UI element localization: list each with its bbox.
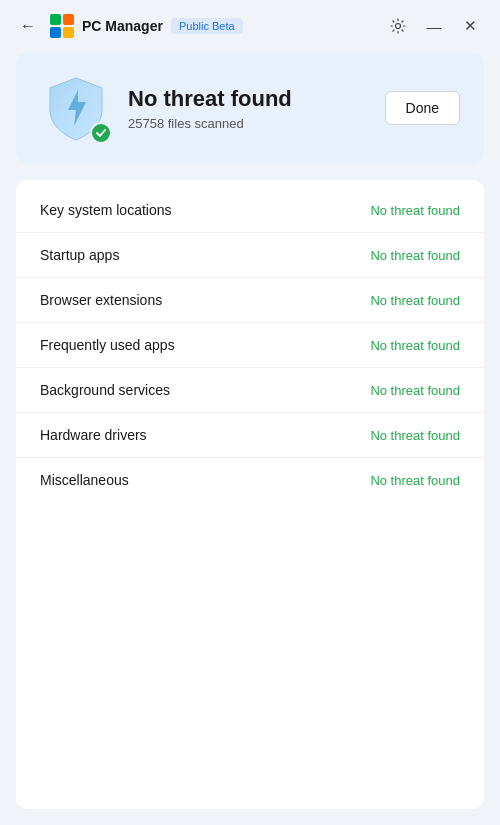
result-label: Startup apps (40, 247, 119, 263)
scan-info: No threat found 25758 files scanned (128, 86, 369, 131)
done-button[interactable]: Done (385, 91, 460, 125)
result-label: Browser extensions (40, 292, 162, 308)
result-row: MiscellaneousNo threat found (16, 458, 484, 502)
result-status: No threat found (370, 293, 460, 308)
main-content: No threat found 25758 files scanned Done… (0, 52, 500, 825)
svg-rect-1 (63, 14, 74, 25)
result-row: Key system locationsNo threat found (16, 188, 484, 233)
result-row: Frequently used appsNo threat found (16, 323, 484, 368)
result-status: No threat found (370, 383, 460, 398)
result-row: Startup appsNo threat found (16, 233, 484, 278)
result-status: No threat found (370, 473, 460, 488)
settings-button[interactable] (382, 10, 414, 42)
title-bar-left: ← PC Manager Public Beta (14, 12, 374, 40)
svg-rect-0 (50, 14, 61, 25)
result-row: Browser extensionsNo threat found (16, 278, 484, 323)
result-status: No threat found (370, 203, 460, 218)
checkmark-icon (95, 127, 107, 139)
result-label: Miscellaneous (40, 472, 129, 488)
app-title: PC Manager (82, 18, 163, 34)
gear-icon (390, 18, 406, 34)
scan-subtitle: 25758 files scanned (128, 116, 369, 131)
svg-rect-2 (50, 27, 61, 38)
results-card: Key system locationsNo threat foundStart… (16, 180, 484, 809)
shield-container (40, 72, 112, 144)
result-label: Hardware drivers (40, 427, 147, 443)
close-button[interactable]: ✕ (454, 10, 486, 42)
result-status: No threat found (370, 248, 460, 263)
scan-result-card: No threat found 25758 files scanned Done (16, 52, 484, 164)
result-label: Frequently used apps (40, 337, 175, 353)
result-row: Background servicesNo threat found (16, 368, 484, 413)
result-status: No threat found (370, 338, 460, 353)
back-button[interactable]: ← (14, 12, 42, 40)
result-label: Key system locations (40, 202, 172, 218)
minimize-button[interactable]: — (418, 10, 450, 42)
check-badge (90, 122, 112, 144)
result-status: No threat found (370, 428, 460, 443)
beta-badge: Public Beta (171, 18, 243, 34)
title-bar-right: — ✕ (382, 10, 486, 42)
scan-title: No threat found (128, 86, 369, 112)
result-label: Background services (40, 382, 170, 398)
title-bar: ← PC Manager Public Beta — ✕ (0, 0, 500, 52)
svg-rect-3 (63, 27, 74, 38)
result-row: Hardware driversNo threat found (16, 413, 484, 458)
app-logo-icon (50, 14, 74, 38)
